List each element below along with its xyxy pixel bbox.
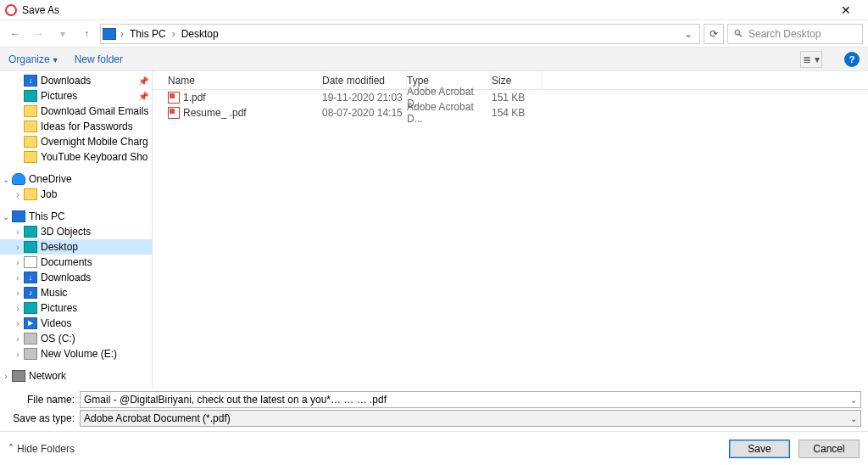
view-options-button[interactable]: ≣ ▾ [800,51,822,68]
folder-icon [24,188,37,200]
documents-icon [24,256,37,268]
back-button[interactable]: ← [5,24,25,44]
save-button[interactable]: Save [729,440,790,458]
crumb-this-pc[interactable]: This PC [128,28,168,40]
onedrive-icon [12,173,25,185]
chevron-up-icon: ˄ [8,443,14,455]
content-area: Downloads📌 Pictures📌 Download Gmail Emai… [0,71,868,390]
crumb-desktop[interactable]: Desktop [180,28,220,40]
search-placeholder: Search Desktop [748,28,821,40]
drive-icon [24,348,37,360]
expand-icon[interactable]: › [0,372,12,381]
breadcrumb-bar[interactable]: › This PC › Desktop ⌄ [100,24,700,44]
tree-drive-e[interactable]: › New Volume (E:) [0,346,152,361]
folder-icon [24,151,37,163]
recent-dropdown[interactable]: ▾ [53,24,73,44]
toolbar: Organize▼ New folder ≣ ▾ ? [0,48,868,71]
refresh-button[interactable]: ⟳ [704,24,724,44]
videos-icon [24,317,37,329]
new-folder-button[interactable]: New folder [75,53,123,65]
search-input[interactable]: 🔍︎ Search Desktop [727,24,863,44]
file-size: 154 KB [492,107,542,119]
this-pc-icon [12,210,25,222]
hide-folders-toggle[interactable]: ˄ Hide Folders [8,443,75,455]
tree-onedrive-job[interactable]: › Job [0,187,152,202]
pc-icon [103,28,116,40]
chevron-down-icon[interactable]: ⌄ [850,414,857,423]
tree-3d-objects[interactable]: › 3D Objects [0,224,152,239]
up-button[interactable]: ↑ [76,24,97,44]
close-button[interactable]: ✕ [829,0,863,20]
expand-icon[interactable]: ⌄ [0,175,12,184]
footer-bar: ˄ Hide Folders Save Cancel [0,431,868,465]
tree-music[interactable]: › Music [0,285,152,300]
tree-item[interactable]: Download Gmail Emails [0,104,152,119]
tree-item[interactable]: Overnight Mobile Chargin [0,134,152,149]
file-date: 19-11-2020 21:03 [322,92,407,104]
drive-icon [24,333,37,345]
file-row[interactable]: 1.pdf 19-11-2020 21:03 Adobe Acrobat D..… [153,90,868,105]
folder-icon [24,105,37,117]
tree-downloads-pc[interactable]: › Downloads [0,270,152,285]
path-dropdown-icon[interactable]: ⌄ [679,28,698,40]
save-form: File name: Gmail - @DigitalBiriyani, che… [0,390,868,465]
pictures-icon [24,302,37,314]
search-icon: 🔍︎ [733,28,743,40]
tree-this-pc[interactable]: ⌄ This PC [0,209,152,224]
tree-downloads[interactable]: Downloads📌 [0,73,152,88]
app-icon [5,4,17,16]
tree-videos[interactable]: › Videos [0,316,152,331]
col-date[interactable]: Date modified [322,71,407,89]
file-name: Resume_ .pdf [183,107,247,119]
tree-drive-c[interactable]: › OS (C:) [0,331,152,346]
tree-desktop[interactable]: › Desktop [0,239,152,255]
column-headers: Name Date modified Type Size [153,71,868,90]
pdf-icon [168,92,180,104]
pin-icon: 📌 [138,92,148,101]
file-date: 08-07-2020 14:15 [322,107,407,119]
organize-menu[interactable]: Organize▼ [8,53,59,65]
filename-label: File name: [7,394,75,406]
tree-pictures[interactable]: Pictures📌 [0,88,152,104]
file-list: Name Date modified Type Size 1.pdf 19-11… [153,71,868,390]
downloads-icon [24,272,37,283]
folder-icon [24,120,37,132]
tree-onedrive[interactable]: ⌄ OneDrive [0,171,152,187]
chevron-right-icon: › [118,28,126,40]
tree-documents[interactable]: › Documents [0,255,152,270]
file-type: Adobe Acrobat D... [407,101,492,125]
tree-item[interactable]: Ideas for Passwords [0,119,152,134]
expand-icon[interactable]: ⌄ [0,212,12,221]
pin-icon: 📌 [138,76,148,86]
title-bar: Save As ✕ [0,0,868,20]
saveastype-label: Save as type: [7,412,75,424]
desktop-icon [24,241,37,253]
downloads-icon [24,75,37,87]
col-size[interactable]: Size [492,71,542,89]
col-name[interactable]: Name [153,71,322,89]
tree-network[interactable]: › Network [0,368,152,384]
filename-input[interactable]: Gmail - @DigitalBiriyani, check out the … [80,391,861,408]
network-icon [12,370,25,382]
saveastype-select[interactable]: Adobe Acrobat Document (*.pdf) ⌄ [80,410,861,427]
file-row[interactable]: Resume_ .pdf 08-07-2020 14:15 Adobe Acro… [153,105,868,120]
pdf-icon [168,107,180,119]
nav-row: ← → ▾ ↑ › This PC › Desktop ⌄ ⟳ 🔍︎ Searc… [0,20,868,48]
folder-icon [24,226,37,238]
pictures-icon [24,90,37,102]
help-button[interactable]: ? [844,52,860,67]
chevron-down-icon[interactable]: ⌄ [850,395,857,405]
expand-icon[interactable]: › [12,190,24,199]
chevron-right-icon: › [170,28,178,40]
file-size: 151 KB [492,92,542,104]
forward-button[interactable]: → [29,24,49,44]
music-icon [24,287,37,299]
tree-pictures-pc[interactable]: › Pictures [0,300,152,316]
file-name: 1.pdf [183,92,206,104]
tree-item[interactable]: YouTube Keyboard Shortcu [0,149,152,165]
cancel-button[interactable]: Cancel [798,440,860,458]
nav-tree[interactable]: Downloads📌 Pictures📌 Download Gmail Emai… [0,71,153,390]
window-title: Save As [22,4,59,16]
folder-icon [24,136,37,148]
